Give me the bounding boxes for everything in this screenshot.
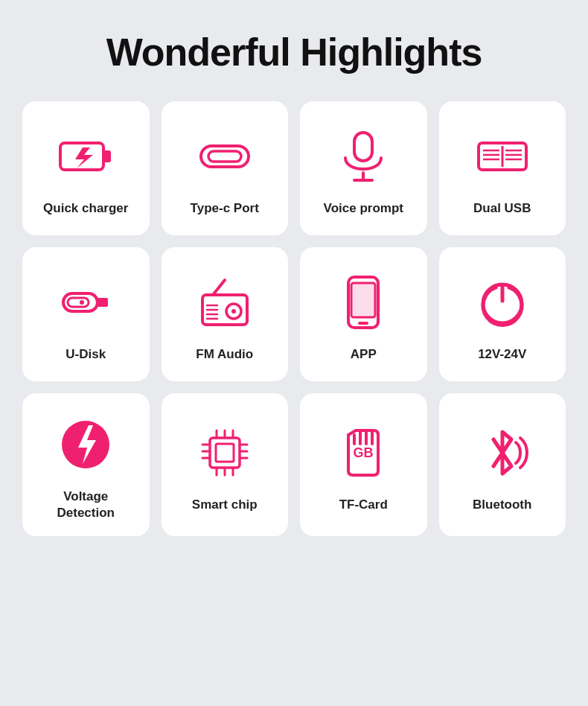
smart-chip-icon	[191, 419, 258, 486]
card-fm-audio: FM Audio	[162, 247, 289, 381]
svg-rect-4	[208, 151, 241, 162]
svg-rect-17	[68, 298, 89, 307]
svg-rect-38	[216, 444, 234, 462]
svg-point-27	[231, 309, 236, 314]
card-type-c-port: Type-c Port	[162, 101, 289, 235]
app-icon	[330, 269, 397, 336]
svg-text:GB: GB	[354, 445, 374, 460]
type-c-port-label: Type-c Port	[191, 200, 259, 217]
card-app: APP	[300, 247, 427, 381]
quick-charger-label: Quick charger	[43, 200, 128, 217]
voltage-detection-label: VoltageDetection	[57, 489, 115, 521]
svg-rect-29	[351, 283, 375, 317]
bluetooth-icon	[469, 419, 536, 486]
svg-rect-5	[354, 133, 372, 161]
card-voltage-detection: VoltageDetection	[22, 393, 150, 536]
card-voice-prompt: Voice prompt	[300, 101, 427, 235]
svg-point-19	[80, 300, 84, 305]
12v-24v-icon	[469, 269, 536, 336]
svg-marker-2	[75, 147, 93, 168]
quick-charger-icon	[52, 123, 119, 190]
card-12v-24v: 12V-24V	[439, 247, 566, 381]
svg-rect-32	[358, 322, 368, 325]
svg-rect-18	[98, 298, 108, 307]
voltage-detection-icon	[52, 411, 119, 478]
tf-card-icon: GB	[330, 419, 397, 486]
svg-line-21	[213, 280, 225, 295]
tf-card-label: TF-Card	[339, 497, 388, 513]
voice-prompt-label: Voice prompt	[324, 200, 403, 217]
app-label: APP	[351, 346, 377, 363]
card-bluetooth: Bluetooth	[439, 393, 566, 536]
fm-audio-icon	[191, 269, 258, 336]
fm-audio-label: FM Audio	[196, 346, 253, 363]
page-title: Wonderful Highlights	[106, 30, 482, 74]
type-c-port-icon	[191, 123, 258, 190]
u-disk-label: U-Disk	[65, 346, 106, 363]
card-quick-charger: Quick charger	[22, 101, 150, 235]
card-u-disk: U-Disk	[22, 247, 150, 381]
voice-prompt-icon	[330, 123, 397, 190]
smart-chip-label: Smart chip	[192, 497, 258, 513]
svg-rect-1	[103, 150, 111, 162]
dual-usb-label: Dual USB	[473, 200, 531, 217]
card-smart-chip: Smart chip	[162, 393, 289, 536]
card-tf-card: GB TF-Card	[300, 393, 427, 536]
u-disk-icon	[52, 269, 119, 336]
dual-usb-icon	[469, 123, 536, 190]
svg-rect-37	[210, 438, 240, 468]
12v-24v-label: 12V-24V	[478, 346, 526, 363]
bluetooth-label: Bluetooth	[473, 497, 531, 513]
card-dual-usb: Dual USB	[439, 101, 566, 235]
features-grid: Quick charger Type-c Port	[22, 101, 566, 536]
